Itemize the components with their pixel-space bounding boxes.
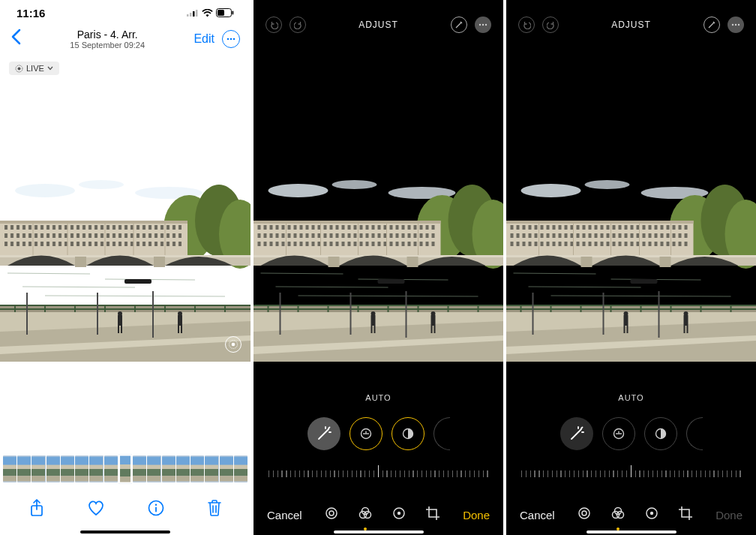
svg-point-163 (485, 24, 487, 26)
thumbnail[interactable] (32, 455, 45, 482)
adjust-tab[interactable] (578, 506, 591, 524)
nav-bar: Paris - 4. Arr. 15 September 09:24 Edit (0, 26, 250, 57)
svg-point-151 (230, 38, 232, 41)
thumbnail[interactable] (17, 455, 31, 482)
editor-top-bar: ADJUST (254, 0, 503, 33)
thumbnail[interactable] (147, 455, 160, 482)
title-block: Paris - 4. Arr. 15 September 09:24 (21, 29, 194, 50)
svg-point-168 (326, 508, 337, 518)
svg-rect-148 (218, 10, 224, 16)
editor-bottom-bar: Cancel Done (254, 506, 503, 524)
editor-photo[interactable] (254, 174, 503, 362)
share-button[interactable] (29, 499, 44, 521)
portrait-tab[interactable] (392, 506, 406, 524)
main-photo[interactable] (0, 174, 250, 362)
thumbnail[interactable] (104, 455, 118, 482)
svg-point-174 (398, 512, 400, 515)
svg-rect-149 (232, 11, 234, 15)
svg-rect-145 (193, 11, 195, 17)
redo-button[interactable] (542, 17, 559, 33)
auto-enhance-tool[interactable] (308, 417, 340, 450)
cancel-button[interactable]: Cancel (267, 509, 302, 521)
thumbnail[interactable] (176, 455, 190, 482)
editor-bottom-bar: Cancel Done (506, 506, 756, 524)
exposure-tool[interactable] (350, 417, 382, 450)
auto-enhance-tool[interactable] (560, 417, 593, 450)
next-tool-partial[interactable] (434, 417, 450, 450)
crop-tab[interactable] (678, 506, 693, 524)
thumbnail[interactable] (89, 455, 103, 482)
crop-tab[interactable] (425, 506, 440, 524)
filters-icon (610, 506, 626, 521)
adjustment-tools-row (254, 417, 503, 450)
thumbnail[interactable] (46, 455, 60, 482)
crop-icon (425, 506, 440, 521)
svg-point-188 (650, 512, 653, 515)
info-button[interactable] (148, 500, 164, 521)
filters-tab[interactable] (358, 506, 373, 524)
undo-button[interactable] (518, 17, 535, 33)
thumbnail[interactable] (205, 455, 218, 482)
filters-tab[interactable] (610, 506, 626, 524)
adjustment-slider[interactable] (268, 461, 488, 477)
svg-point-150 (227, 38, 230, 41)
thumbnail-selected[interactable] (118, 454, 132, 484)
aperture-icon (645, 506, 658, 520)
adjustment-name: AUTO (254, 393, 503, 402)
cancel-button[interactable]: Cancel (520, 509, 555, 521)
svg-point-162 (482, 24, 484, 26)
editor-photo[interactable] (506, 174, 756, 362)
more-options-button[interactable] (728, 17, 744, 33)
back-button[interactable] (10, 29, 21, 50)
brilliance-tool[interactable] (392, 417, 424, 450)
date-subtitle: 15 September 09:24 (21, 41, 194, 50)
thumbnail[interactable] (190, 455, 204, 482)
adjust-tab[interactable] (325, 506, 338, 524)
thumbnail[interactable] (234, 455, 248, 482)
more-options-button[interactable] (475, 17, 491, 33)
thumbnail[interactable] (75, 455, 88, 482)
home-indicator (334, 530, 424, 533)
wifi-icon (202, 9, 213, 17)
adjust-icon (325, 506, 338, 520)
thumbnail[interactable] (162, 455, 176, 482)
undo-button[interactable] (266, 17, 282, 33)
photo-viewer-panel: 11:16 Paris - 4. Arr. 15 September 09:24… (0, 0, 250, 535)
thumbnail-strip[interactable] (0, 455, 250, 482)
editor-mode-title: ADJUST (358, 20, 398, 30)
done-button: Done (716, 509, 742, 521)
thumbnail[interactable] (133, 455, 146, 482)
adjustment-slider[interactable] (521, 461, 741, 477)
thumbnail[interactable] (220, 455, 233, 482)
exposure-tool[interactable] (602, 417, 635, 450)
exposure-icon (612, 427, 626, 440)
thumbnail[interactable] (61, 455, 74, 482)
status-bar: 11:16 (0, 0, 250, 26)
wand-icon (568, 425, 585, 442)
svg-point-152 (233, 38, 236, 41)
delete-button[interactable] (207, 499, 222, 521)
battery-icon (216, 8, 234, 17)
live-photo-chip[interactable]: LIVE (9, 62, 59, 75)
markup-button[interactable] (704, 17, 720, 33)
more-options-button[interactable] (222, 30, 240, 48)
markup-button[interactable] (451, 17, 467, 33)
next-tool-partial[interactable] (686, 417, 703, 450)
redo-button[interactable] (290, 17, 306, 33)
portrait-tab[interactable] (645, 506, 658, 524)
brilliance-tool[interactable] (644, 417, 677, 450)
chevron-down-icon (47, 66, 53, 71)
photo-editor-panel-initial: ADJUST AUTO Cancel Done (506, 0, 756, 535)
adjustment-tools-row (506, 417, 756, 450)
toolbar (0, 493, 250, 527)
thumbnail[interactable] (3, 455, 16, 482)
filters-icon (358, 506, 373, 521)
favorite-button[interactable] (87, 500, 105, 521)
status-time: 11:16 (16, 7, 45, 20)
svg-point-177 (738, 24, 740, 26)
aperture-icon (392, 506, 406, 520)
done-button[interactable]: Done (463, 509, 490, 521)
edit-button[interactable]: Edit (194, 32, 214, 46)
svg-point-159 (154, 504, 156, 506)
svg-point-156 (232, 343, 236, 347)
